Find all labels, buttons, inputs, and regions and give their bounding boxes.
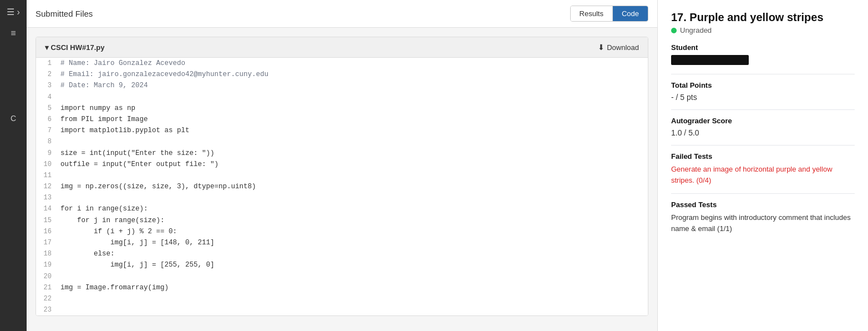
lines-icon: ≡ [11,28,16,38]
code-line: 5import numpy as np [36,103,648,114]
code-line: 21img = Image.fromarray(img) [36,282,648,293]
line-code: img[i, j] = [148, 0, 211] [56,237,648,248]
code-line: 13 [36,192,648,203]
total-points-value: - / 5 pts [671,93,855,102]
line-number: 11 [36,170,56,181]
line-number: 16 [36,226,56,237]
divider-1 [671,74,855,74]
header-bar: Submitted Files Results Code [27,0,657,28]
line-code: for i in range(size): [56,203,648,214]
line-number: 15 [36,215,56,226]
code-line: 11 [36,170,648,181]
line-number: 22 [36,293,56,304]
passed-tests-label: Passed Tests [671,200,855,209]
line-code: # Date: March 9, 2024 [56,80,648,91]
passed-test-item: Program begins with introductory comment… [671,212,855,234]
student-name-redacted [671,55,749,65]
line-number: 14 [36,203,56,214]
failed-tests-label: Failed Tests [671,152,855,161]
code-line: 14for i in range(size): [36,203,648,214]
file-header: ▾ CSCI HW#17.py ⬇ Download [36,37,648,58]
line-number: 2 [36,69,56,80]
file-container: ▾ CSCI HW#17.py ⬇ Download 1# Name: Jair… [27,28,657,331]
line-code: img = Image.fromarray(img) [56,282,648,293]
line-code: img = np.zeros((size, size, 3), dtype=np… [56,181,648,192]
file-card: ▾ CSCI HW#17.py ⬇ Download 1# Name: Jair… [35,37,648,316]
line-code: outfile = input("Enter output file: ") [56,159,648,170]
line-code: import numpy as np [56,103,648,114]
ungraded-label: Ungraded [680,26,712,34]
code-tab[interactable]: Code [613,6,648,21]
line-number: 6 [36,114,56,125]
autograder-label: Autograder Score [671,117,855,125]
code-line: 20 [36,271,648,282]
line-code: from PIL import Image [56,114,648,125]
divider-3 [671,145,855,146]
line-number: 12 [36,181,56,192]
failed-test-item: Generate an image of horizontal purple a… [671,164,855,185]
code-line: 15 for j in range(size): [36,215,648,226]
line-number: 4 [36,92,56,103]
line-number: 3 [36,80,56,91]
line-number: 23 [36,304,56,315]
line-number: 17 [36,237,56,248]
code-line: 12img = np.zeros((size, size, 3), dtype=… [36,181,648,192]
results-tab[interactable]: Results [571,6,613,21]
total-points-label: Total Points [671,81,855,89]
code-line: 4 [36,92,648,103]
student-section-label: Student [671,43,855,52]
line-code: if (i + j) % 2 == 0: [56,226,648,237]
code-line: 10outfile = input("Enter output file: ") [36,159,648,170]
line-code: img[i, j] = [255, 255, 0] [56,259,648,270]
code-line: 19 img[i, j] = [255, 255, 0] [36,259,648,270]
download-label: Download [607,43,639,52]
left-sidebar: ☰ › ≡ C [0,0,27,331]
c-label: C [11,114,16,123]
line-number: 19 [36,259,56,270]
code-line: 23 [36,304,648,315]
download-button[interactable]: ⬇ Download [598,43,639,52]
line-number: 10 [36,159,56,170]
assignment-title: 17. Purple and yellow stripes [671,11,855,24]
divider-4 [671,193,855,194]
code-line: 18 else: [36,248,648,259]
line-number: 18 [36,248,56,259]
code-line: 8 [36,136,648,147]
code-line: 9size = int(input("Enter the size: ")) [36,148,648,159]
code-line: 7import matplotlib.pyplot as plt [36,125,648,136]
main-content: Submitted Files Results Code ▾ CSCI HW#1… [27,0,657,331]
line-code: for j in range(size): [56,215,648,226]
page-title: Submitted Files [35,9,564,18]
autograder-section: Autograder Score 1.0 / 5.0 [671,117,855,137]
ungraded-dot [671,28,677,33]
divider-2 [671,109,855,110]
line-code: size = int(input("Enter the size: ")) [56,148,648,159]
code-line: 17 img[i, j] = [148, 0, 211] [36,237,648,248]
code-line: 22 [36,293,648,304]
line-number: 9 [36,148,56,159]
line-number: 8 [36,136,56,147]
ungraded-badge: Ungraded [671,26,855,34]
menu-icon[interactable]: ☰ › [4,4,22,19]
code-line: 3# Date: March 9, 2024 [36,80,648,91]
line-code: import matplotlib.pyplot as plt [56,125,648,136]
code-line: 16 if (i + j) % 2 == 0: [36,226,648,237]
code-line: 6from PIL import Image [36,114,648,125]
failed-tests-section: Failed Tests Generate an image of horizo… [671,152,855,185]
line-code: # Name: Jairo Gonzalez Acevedo [56,58,648,69]
line-code: else: [56,248,648,259]
line-number: 13 [36,192,56,203]
passed-tests-section: Passed Tests Program begins with introdu… [671,200,855,234]
line-number: 7 [36,125,56,136]
line-number: 20 [36,271,56,282]
code-line: 1# Name: Jairo Gonzalez Acevedo [36,58,648,69]
file-name: ▾ CSCI HW#17.py [45,43,104,52]
line-code: # Email: jairo.gonzalezacevedo42@myhunte… [56,69,648,80]
code-area: 1# Name: Jairo Gonzalez Acevedo2# Email:… [36,58,648,315]
line-number: 5 [36,103,56,114]
line-number: 1 [36,58,56,69]
total-points-section: Total Points - / 5 pts [671,81,855,102]
autograder-value: 1.0 / 5.0 [671,128,855,137]
download-icon: ⬇ [598,43,605,52]
tab-buttons: Results Code [570,6,648,22]
